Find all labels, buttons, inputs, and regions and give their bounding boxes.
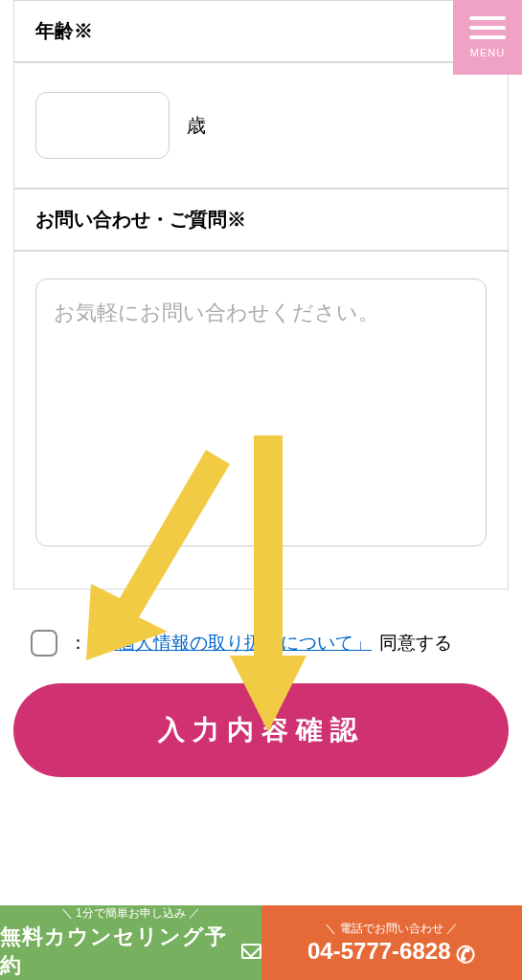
mail-icon — [241, 944, 261, 959]
age-label: 年齢※ — [35, 18, 487, 44]
annotation-arrow-icon — [81, 440, 235, 670]
footer-phone-button[interactable]: ＼ 電話でお問い合わせ ／ 04-5777-6828 — [261, 905, 523, 980]
footer-booking-subtitle: ＼ 1分で簡単お申し込み ／ — [61, 905, 200, 922]
svg-marker-1 — [230, 435, 306, 732]
age-suffix: 歳 — [187, 113, 206, 139]
inquiry-label: お問い合わせ・ご質問※ — [35, 207, 487, 233]
consent-checkbox[interactable] — [31, 630, 57, 657]
svg-marker-0 — [86, 450, 230, 660]
footer-phone-subtitle: ＼ 電話でお問い合わせ ／ — [325, 921, 458, 937]
consent-trail: 同意する — [379, 631, 452, 656]
age-section-header: 年齢※ — [13, 0, 509, 62]
phone-icon — [456, 942, 475, 961]
age-input[interactable] — [35, 92, 170, 159]
footer-phone-number: 04-5777-6828 — [307, 938, 450, 965]
annotation-arrow-icon — [230, 435, 306, 732]
footer-booking-button[interactable]: ＼ 1分で簡単お申し込み ／ 無料カウンセリング予約 — [0, 905, 261, 980]
footer-booking-label: 無料カウンセリング予約 — [0, 923, 236, 980]
menu-bar-icon — [469, 26, 506, 30]
footer-phone-main: 04-5777-6828 — [307, 938, 475, 965]
menu-button[interactable]: MENU — [453, 0, 522, 75]
footer-booking-main: 無料カウンセリング予約 — [0, 923, 261, 980]
menu-bar-icon — [469, 35, 506, 39]
inquiry-section-header: お問い合わせ・ご質問※ — [13, 189, 509, 251]
age-input-box: 歳 — [13, 62, 509, 189]
menu-label: MENU — [470, 47, 505, 58]
menu-bar-icon — [469, 16, 506, 20]
footer-bar: ＼ 1分で簡単お申し込み ／ 無料カウンセリング予約 ＼ 電話でお問い合わせ ／… — [0, 905, 522, 980]
